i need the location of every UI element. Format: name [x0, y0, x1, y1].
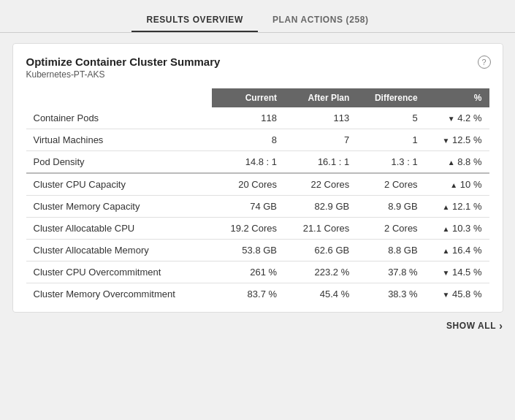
row-current: 19.2 Cores — [212, 218, 284, 240]
row-pct: ▲ 10 % — [425, 173, 489, 196]
arrow-up-icon: ▲ — [443, 225, 450, 233]
arrow-down-icon: ▼ — [443, 137, 450, 145]
summary-table: Current After Plan Difference % Containe… — [26, 88, 489, 305]
row-label: Cluster CPU Capacity — [26, 173, 212, 196]
row-current: 118 — [212, 107, 284, 129]
row-current: 14.8 : 1 — [212, 151, 284, 174]
row-pct: ▲ 16.4 % — [425, 240, 489, 261]
row-pct: ▲ 8.8 % — [425, 151, 489, 174]
row-label: Pod Density — [26, 151, 212, 174]
row-pct: ▲ 10.3 % — [425, 218, 489, 240]
arrow-up-icon: ▲ — [450, 181, 457, 189]
col-header-label — [26, 88, 212, 107]
row-pct: ▼ 12.5 % — [425, 129, 489, 151]
row-pct: ▲ 12.1 % — [425, 196, 489, 218]
row-current: 53.8 GB — [212, 240, 284, 261]
row-diff: 8.8 GB — [356, 240, 424, 261]
row-label: Cluster Memory Capacity — [26, 196, 212, 218]
row-after: 45.4 % — [284, 283, 356, 305]
arrow-down-icon: ▼ — [443, 269, 450, 277]
table-row: Virtual Machines 8 7 1 ▼ 12.5 % — [26, 129, 489, 151]
row-diff: 8.9 GB — [356, 196, 424, 218]
col-header-diff: Difference — [356, 88, 424, 107]
table-row: Cluster CPU Capacity 20 Cores 22 Cores 2… — [26, 173, 489, 196]
arrow-down-icon: ▼ — [448, 115, 455, 123]
card-title: Optimize Container Cluster Summary — [26, 56, 489, 68]
row-diff: 38.3 % — [356, 283, 424, 305]
row-current: 74 GB — [212, 196, 284, 218]
row-diff: 2 Cores — [356, 218, 424, 240]
chevron-right-icon: › — [499, 320, 503, 332]
row-diff: 5 — [356, 107, 424, 129]
show-all-label: SHOW ALL — [446, 321, 496, 331]
row-after: 21.1 Cores — [284, 218, 356, 240]
table-row: Cluster CPU Overcommitment 261 % 223.2 %… — [26, 261, 489, 283]
row-current: 8 — [212, 129, 284, 151]
row-pct: ▼ 45.8 % — [425, 283, 489, 305]
arrow-up-icon: ▲ — [443, 203, 450, 211]
col-header-pct: % — [425, 88, 489, 107]
arrow-down-icon: ▼ — [443, 291, 450, 299]
col-header-after: After Plan — [284, 88, 356, 107]
row-current: 83.7 % — [212, 283, 284, 305]
row-current: 261 % — [212, 261, 284, 283]
row-after: 16.1 : 1 — [284, 151, 356, 174]
row-diff: 1 — [356, 129, 424, 151]
row-after: 223.2 % — [284, 261, 356, 283]
row-diff: 1.3 : 1 — [356, 151, 424, 174]
help-icon[interactable]: ? — [478, 56, 491, 69]
table-row: Cluster Allocatable Memory 53.8 GB 62.6 … — [26, 240, 489, 261]
show-all-button[interactable]: SHOW ALL › — [446, 320, 503, 332]
row-label: Cluster Allocatable Memory — [26, 240, 212, 261]
table-row: Cluster Memory Capacity 74 GB 82.9 GB 8.… — [26, 196, 489, 218]
tab-bar: RESULTS OVERVIEW PLAN ACTIONS (258) — [0, 0, 515, 33]
row-after: 62.6 GB — [284, 240, 356, 261]
col-header-current: Current — [212, 88, 284, 107]
row-label: Container Pods — [26, 107, 212, 129]
row-current: 20 Cores — [212, 173, 284, 196]
row-label: Cluster Allocatable CPU — [26, 218, 212, 240]
tab-plan-actions[interactable]: PLAN ACTIONS (258) — [258, 9, 384, 32]
row-label: Cluster Memory Overcommitment — [26, 283, 212, 305]
row-diff: 37.8 % — [356, 261, 424, 283]
table-row: Pod Density 14.8 : 1 16.1 : 1 1.3 : 1 ▲ … — [26, 151, 489, 174]
arrow-up-icon: ▲ — [448, 159, 455, 167]
row-pct: ▼ 14.5 % — [425, 261, 489, 283]
arrow-up-icon: ▲ — [443, 247, 450, 255]
row-after: 22 Cores — [284, 173, 356, 196]
table-row: Cluster Memory Overcommitment 83.7 % 45.… — [26, 283, 489, 305]
row-after: 82.9 GB — [284, 196, 356, 218]
row-label: Virtual Machines — [26, 129, 212, 151]
table-row: Cluster Allocatable CPU 19.2 Cores 21.1 … — [26, 218, 489, 240]
row-diff: 2 Cores — [356, 173, 424, 196]
row-after: 113 — [284, 107, 356, 129]
card-footer: SHOW ALL › — [12, 313, 503, 335]
card-subtitle: Kubernetes-PT-AKS — [26, 69, 489, 80]
tab-results-overview[interactable]: RESULTS OVERVIEW — [131, 9, 258, 32]
row-label: Cluster CPU Overcommitment — [26, 261, 212, 283]
table-row: Container Pods 118 113 5 ▼ 4.2 % — [26, 107, 489, 129]
row-pct: ▼ 4.2 % — [425, 107, 489, 129]
summary-card: Optimize Container Cluster Summary Kuber… — [12, 43, 503, 313]
row-after: 7 — [284, 129, 356, 151]
